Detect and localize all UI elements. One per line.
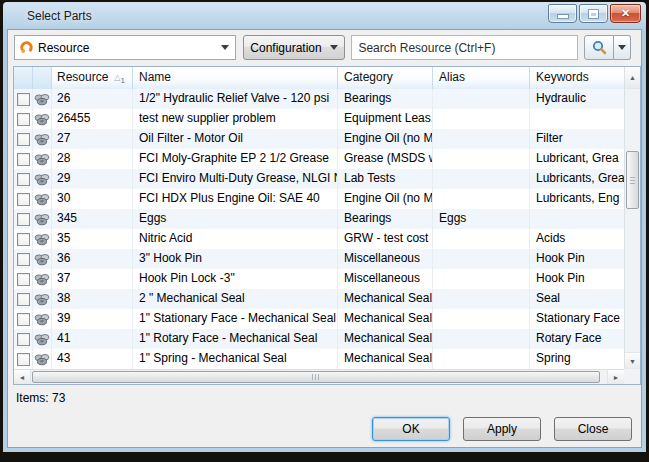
cell-name: 1" Spring - Mechanical Seal [133, 349, 338, 369]
scroll-left-button[interactable]: ◄ [14, 370, 31, 384]
row-checkbox[interactable] [17, 173, 30, 186]
horizontal-scroll-thumb[interactable] [32, 371, 600, 383]
table-row[interactable]: 26 1/2" Hydraulic Relief Valve - 120 psi… [14, 89, 624, 109]
row-checkbox[interactable] [17, 293, 30, 306]
footer-buttons: OK Apply Close [372, 417, 632, 441]
row-icon-cell [33, 289, 52, 309]
minimize-icon [558, 15, 568, 18]
select-column-header[interactable] [14, 67, 33, 89]
magnifier-icon [592, 40, 607, 55]
vertical-scroll-thumb[interactable] [626, 151, 639, 209]
maximize-button[interactable] [579, 4, 608, 23]
title-bar[interactable]: Select Parts ✕ [3, 2, 646, 29]
row-checkbox[interactable] [17, 313, 30, 326]
cell-category: Grease (MSDS w... [338, 149, 433, 169]
window-title: Select Parts [27, 9, 92, 23]
table-row[interactable]: 43 1" Spring - Mechanical Seal Mechanica… [14, 349, 624, 369]
cell-name: 3" Hook Pin [133, 249, 338, 269]
cell-alias [433, 169, 530, 189]
row-checkbox[interactable] [17, 193, 30, 206]
row-icon-cell [33, 209, 52, 229]
row-icon-cell [33, 169, 52, 189]
table-row[interactable]: 29 FCI Enviro Multi-Duty Grease, NLGI N.… [14, 169, 624, 189]
row-checkbox[interactable] [17, 333, 30, 346]
entity-type-value: Resource [38, 41, 221, 55]
table-row[interactable]: 345 Eggs Bearings Eggs [14, 209, 624, 229]
search-input[interactable]: Search Resource (Ctrl+F) [351, 35, 578, 60]
cell-alias [433, 309, 530, 329]
row-icon-cell [33, 309, 52, 329]
table-row[interactable]: 35 Nitric Acid GRW - test cost ... Acids [14, 229, 624, 249]
cell-name: Nitric Acid [133, 229, 338, 249]
cell-resource: 345 [52, 209, 133, 229]
scroll-right-button[interactable]: ► [607, 370, 624, 384]
cell-name: Eggs [133, 209, 338, 229]
row-select-cell [14, 109, 33, 129]
row-checkbox[interactable] [17, 113, 30, 126]
part-icon [34, 173, 50, 186]
cell-category: Bearings [338, 89, 433, 109]
search-button[interactable] [584, 35, 614, 60]
cell-category: Miscellaneous [338, 269, 433, 289]
table-row[interactable]: 39 1" Stationary Face - Mechanical Seal … [14, 309, 624, 329]
cell-keywords: Stationary Face [530, 309, 624, 329]
search-options-button[interactable] [614, 35, 631, 60]
row-icon-cell [33, 89, 52, 109]
row-checkbox[interactable] [17, 233, 30, 246]
row-icon-cell [33, 149, 52, 169]
row-checkbox[interactable] [17, 153, 30, 166]
row-icon-cell [33, 229, 52, 249]
apply-button[interactable]: Apply [463, 417, 541, 441]
column-header-alias[interactable]: Alias [433, 67, 530, 89]
row-select-cell [14, 329, 33, 349]
row-select-cell [14, 229, 33, 249]
cell-category: Mechanical Seal [338, 309, 433, 329]
cell-category: Bearings [338, 209, 433, 229]
cell-name: FCI Enviro Multi-Duty Grease, NLGI N... [133, 169, 338, 189]
scroll-down-button[interactable]: ▼ [625, 352, 640, 369]
part-icon [34, 133, 50, 146]
table-row[interactable]: 41 1" Rotary Face - Mechanical Seal Mech… [14, 329, 624, 349]
row-checkbox[interactable] [17, 253, 30, 266]
horizontal-scrollbar[interactable]: ◄ ► [14, 369, 624, 384]
close-window-button[interactable]: ✕ [610, 4, 641, 23]
column-header-name[interactable]: Name [133, 67, 338, 89]
cell-alias [433, 109, 530, 129]
row-checkbox[interactable] [17, 93, 30, 106]
table-row[interactable]: 36 3" Hook Pin Miscellaneous Hook Pin [14, 249, 624, 269]
table-row[interactable]: 37 Hook Pin Lock -3" Miscellaneous Hook … [14, 269, 624, 289]
table-row[interactable]: 26455 test new supplier problem Equipmen… [14, 109, 624, 129]
icon-column-header[interactable] [33, 67, 52, 89]
scroll-up-button[interactable]: ▲ [625, 67, 640, 89]
table-row[interactable]: 27 Oil Filter - Motor Oil Engine Oil (no… [14, 129, 624, 149]
row-checkbox[interactable] [17, 213, 30, 226]
cell-alias [433, 269, 530, 289]
close-button[interactable]: Close [554, 417, 632, 441]
row-select-cell [14, 309, 33, 329]
column-header-keywords[interactable]: Keywords [530, 67, 624, 89]
entity-type-dropdown[interactable]: Resource [14, 35, 236, 60]
cell-resource: 38 [52, 289, 133, 309]
row-checkbox[interactable] [17, 273, 30, 286]
row-checkbox[interactable] [17, 353, 30, 366]
cell-name: 1/2" Hydraulic Relief Valve - 120 psi [133, 89, 338, 109]
cell-name: Hook Pin Lock -3" [133, 269, 338, 289]
resource-ring-icon [19, 40, 34, 55]
cell-alias [433, 289, 530, 309]
minimize-button[interactable] [548, 4, 577, 23]
arrow-down-icon: ▼ [629, 358, 636, 365]
table-row[interactable]: 38 2 " Mechanical Seal Mechanical Seal S… [14, 289, 624, 309]
column-header-resource[interactable]: Resource△1 [52, 67, 133, 89]
vertical-scrollbar[interactable]: ▲ ▼ [624, 67, 640, 369]
items-count-label: Items: 73 [16, 391, 65, 405]
arrow-left-icon: ◄ [19, 374, 26, 381]
table-row[interactable]: 28 FCI Moly-Graphite EP 2 1/2 Grease Gre… [14, 149, 624, 169]
cell-name: 2 " Mechanical Seal [133, 289, 338, 309]
cell-alias [433, 329, 530, 349]
cell-name: FCI Moly-Graphite EP 2 1/2 Grease [133, 149, 338, 169]
table-row[interactable]: 30 FCI HDX Plus Engine Oil: SAE 40 Engin… [14, 189, 624, 209]
ok-button[interactable]: OK [372, 417, 450, 441]
configuration-button[interactable]: Configuration [243, 35, 346, 60]
row-checkbox[interactable] [17, 133, 30, 146]
column-header-category[interactable]: Category [338, 67, 433, 89]
